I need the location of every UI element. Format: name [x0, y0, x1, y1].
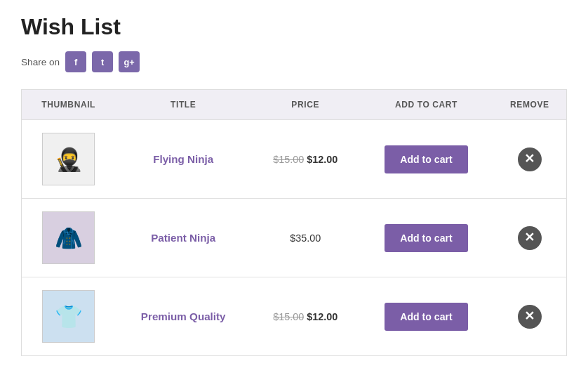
remove-icon: ✕ — [518, 305, 542, 329]
col-add-to-cart: ADD TO CART — [359, 90, 493, 120]
remove-cell: ✕ — [493, 120, 567, 199]
table-row: Flying Ninja$15.00$12.00Add to cart✕ — [22, 120, 567, 199]
thumbnail-cell — [22, 199, 116, 277]
add-to-cart-button[interactable]: Add to cart — [385, 224, 467, 252]
googleplus-icon[interactable]: g+ — [119, 51, 140, 72]
thumbnail-cell — [22, 120, 116, 199]
col-thumbnail: THUMBNAIL — [22, 90, 116, 120]
remove-cell: ✕ — [493, 199, 567, 277]
product-title[interactable]: Patient Ninja — [151, 232, 215, 244]
price-sale: $12.00 — [307, 154, 338, 165]
page-title: Wish List — [21, 14, 567, 40]
add-to-cart-cell: Add to cart — [359, 277, 493, 356]
price-regular: $35.00 — [290, 232, 321, 244]
wishlist-table: THUMBNAIL TITLE PRICE ADD TO CART REMOVE… — [21, 89, 567, 356]
price-original: $15.00 — [273, 154, 304, 165]
product-title[interactable]: Premium Quality — [141, 310, 226, 322]
wishlist-body: Flying Ninja$15.00$12.00Add to cart✕Pati… — [22, 120, 567, 356]
add-to-cart-cell: Add to cart — [359, 199, 493, 277]
remove-cell: ✕ — [493, 277, 567, 356]
add-to-cart-cell: Add to cart — [359, 120, 493, 199]
remove-button[interactable]: ✕ — [518, 147, 542, 171]
product-title[interactable]: Flying Ninja — [153, 153, 213, 165]
remove-icon: ✕ — [518, 147, 542, 171]
table-row: Patient Ninja$35.00Add to cart✕ — [22, 199, 567, 277]
share-label: Share on — [21, 57, 60, 67]
col-title: TITLE — [115, 90, 251, 120]
price-sale: $12.00 — [307, 311, 338, 322]
price-original: $15.00 — [273, 311, 304, 322]
table-row: Premium Quality$15.00$12.00Add to cart✕ — [22, 277, 567, 356]
col-price: PRICE — [251, 90, 359, 120]
product-thumbnail — [43, 291, 94, 342]
facebook-icon[interactable]: f — [65, 51, 86, 72]
remove-button[interactable]: ✕ — [518, 226, 542, 250]
remove-icon: ✕ — [518, 226, 542, 250]
product-title-cell: Premium Quality — [115, 277, 251, 356]
product-thumbnail — [43, 212, 94, 263]
col-remove: REMOVE — [493, 90, 567, 120]
product-title-cell: Patient Ninja — [115, 199, 251, 277]
add-to-cart-button[interactable]: Add to cart — [385, 145, 467, 173]
twitter-icon[interactable]: t — [92, 51, 113, 72]
share-row: Share on f t g+ — [21, 51, 567, 72]
price-cell: $15.00$12.00 — [251, 277, 359, 356]
table-header: THUMBNAIL TITLE PRICE ADD TO CART REMOVE — [22, 90, 567, 120]
price-cell: $15.00$12.00 — [251, 120, 359, 199]
thumbnail-cell — [22, 277, 116, 356]
add-to-cart-button[interactable]: Add to cart — [385, 303, 467, 331]
remove-button[interactable]: ✕ — [518, 305, 542, 329]
product-thumbnail — [43, 133, 94, 185]
product-title-cell: Flying Ninja — [115, 120, 251, 199]
price-cell: $35.00 — [251, 199, 359, 277]
